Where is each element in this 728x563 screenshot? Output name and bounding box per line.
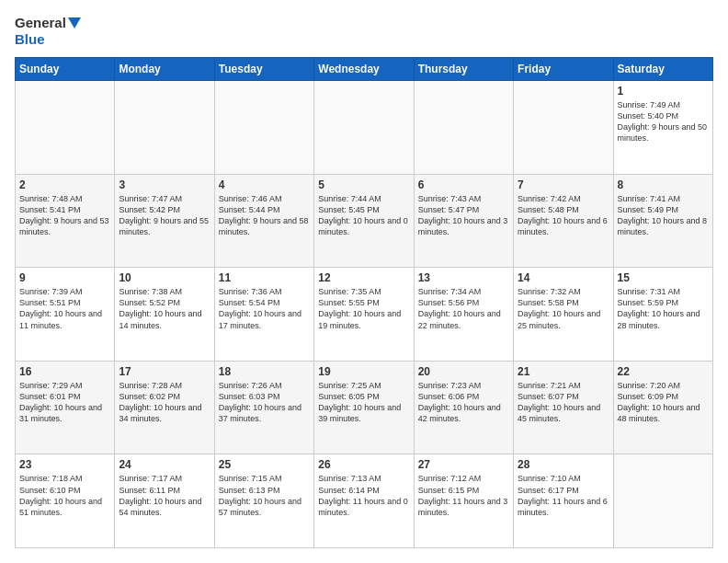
- day-number: 9: [19, 271, 110, 284]
- day-info: Sunrise: 7:39 AM Sunset: 5:51 PM Dayligh…: [19, 286, 110, 331]
- logo-general: General: [15, 15, 81, 31]
- calendar-cell: 21Sunrise: 7:21 AM Sunset: 6:07 PM Dayli…: [514, 361, 613, 454]
- day-info: Sunrise: 7:10 AM Sunset: 6:17 PM Dayligh…: [518, 473, 609, 518]
- day-number: 23: [19, 458, 110, 471]
- day-number: 19: [318, 365, 409, 378]
- day-number: 17: [119, 365, 210, 378]
- day-info: Sunrise: 7:32 AM Sunset: 5:58 PM Dayligh…: [518, 286, 609, 331]
- calendar-cell: 12Sunrise: 7:35 AM Sunset: 5:55 PM Dayli…: [314, 268, 414, 362]
- calendar-cell: 8Sunrise: 7:41 AM Sunset: 5:49 PM Daylig…: [613, 174, 712, 268]
- col-sunday: Sunday: [16, 58, 115, 81]
- calendar-cell: 27Sunrise: 7:12 AM Sunset: 6:15 PM Dayli…: [414, 454, 513, 548]
- day-info: Sunrise: 7:47 AM Sunset: 5:42 PM Dayligh…: [119, 193, 210, 238]
- day-number: 24: [119, 458, 210, 471]
- calendar-cell: 26Sunrise: 7:13 AM Sunset: 6:14 PM Dayli…: [314, 454, 414, 548]
- calendar-row-1: 2Sunrise: 7:48 AM Sunset: 5:41 PM Daylig…: [16, 174, 713, 268]
- day-number: 6: [418, 178, 509, 191]
- calendar-cell: 13Sunrise: 7:34 AM Sunset: 5:56 PM Dayli…: [414, 268, 513, 362]
- day-number: 25: [219, 458, 310, 471]
- calendar-cell: [514, 81, 613, 175]
- calendar-cell: [16, 81, 115, 175]
- calendar-row-3: 16Sunrise: 7:29 AM Sunset: 6:01 PM Dayli…: [16, 361, 713, 454]
- day-number: 7: [518, 178, 609, 191]
- calendar-cell: [115, 81, 214, 175]
- day-info: Sunrise: 7:26 AM Sunset: 6:03 PM Dayligh…: [219, 380, 310, 425]
- day-number: 14: [518, 271, 609, 284]
- day-number: 4: [219, 178, 310, 191]
- day-number: 13: [418, 271, 509, 284]
- calendar-cell: 23Sunrise: 7:18 AM Sunset: 6:10 PM Dayli…: [16, 454, 115, 548]
- day-info: Sunrise: 7:17 AM Sunset: 6:11 PM Dayligh…: [119, 473, 210, 518]
- calendar-cell: 16Sunrise: 7:29 AM Sunset: 6:01 PM Dayli…: [16, 361, 115, 454]
- day-info: Sunrise: 7:41 AM Sunset: 5:49 PM Dayligh…: [618, 193, 709, 238]
- day-info: Sunrise: 7:49 AM Sunset: 5:40 PM Dayligh…: [618, 99, 709, 144]
- page: General Blue Sunday Monday Tuesday Wedne…: [0, 0, 728, 563]
- calendar-cell: [414, 81, 513, 175]
- day-number: 8: [618, 178, 709, 191]
- day-info: Sunrise: 7:13 AM Sunset: 6:14 PM Dayligh…: [318, 473, 409, 518]
- calendar-cell: 4Sunrise: 7:46 AM Sunset: 5:44 PM Daylig…: [214, 174, 313, 268]
- day-number: 27: [418, 458, 509, 471]
- calendar-cell: 22Sunrise: 7:20 AM Sunset: 6:09 PM Dayli…: [613, 361, 712, 454]
- calendar-cell: 19Sunrise: 7:25 AM Sunset: 6:05 PM Dayli…: [314, 361, 414, 454]
- day-number: 5: [318, 178, 409, 191]
- calendar-cell: 1Sunrise: 7:49 AM Sunset: 5:40 PM Daylig…: [613, 81, 712, 175]
- day-number: 1: [618, 85, 709, 98]
- calendar-cell: 10Sunrise: 7:38 AM Sunset: 5:52 PM Dayli…: [115, 268, 214, 362]
- header: General Blue: [15, 15, 713, 48]
- day-info: Sunrise: 7:28 AM Sunset: 6:02 PM Dayligh…: [119, 380, 210, 425]
- calendar-table: Sunday Monday Tuesday Wednesday Thursday…: [15, 57, 713, 548]
- calendar-cell: 14Sunrise: 7:32 AM Sunset: 5:58 PM Dayli…: [514, 268, 613, 362]
- calendar-cell: 11Sunrise: 7:36 AM Sunset: 5:54 PM Dayli…: [214, 268, 313, 362]
- day-info: Sunrise: 7:31 AM Sunset: 5:59 PM Dayligh…: [618, 286, 709, 331]
- calendar-cell: [613, 454, 712, 548]
- col-wednesday: Wednesday: [314, 58, 414, 81]
- day-number: 26: [318, 458, 409, 471]
- calendar-cell: 5Sunrise: 7:44 AM Sunset: 5:45 PM Daylig…: [314, 174, 414, 268]
- calendar-cell: [314, 81, 414, 175]
- day-number: 15: [618, 271, 709, 284]
- day-number: 10: [119, 271, 210, 284]
- calendar-row-2: 9Sunrise: 7:39 AM Sunset: 5:51 PM Daylig…: [16, 268, 713, 362]
- calendar-row-4: 23Sunrise: 7:18 AM Sunset: 6:10 PM Dayli…: [16, 454, 713, 548]
- calendar-cell: 9Sunrise: 7:39 AM Sunset: 5:51 PM Daylig…: [16, 268, 115, 362]
- day-info: Sunrise: 7:38 AM Sunset: 5:52 PM Dayligh…: [119, 286, 210, 331]
- day-number: 11: [219, 271, 310, 284]
- calendar-cell: 18Sunrise: 7:26 AM Sunset: 6:03 PM Dayli…: [214, 361, 313, 454]
- calendar-cell: 17Sunrise: 7:28 AM Sunset: 6:02 PM Dayli…: [115, 361, 214, 454]
- calendar-cell: 15Sunrise: 7:31 AM Sunset: 5:59 PM Dayli…: [613, 268, 712, 362]
- col-saturday: Saturday: [613, 58, 712, 81]
- day-info: Sunrise: 7:44 AM Sunset: 5:45 PM Dayligh…: [318, 193, 409, 238]
- day-number: 3: [119, 178, 210, 191]
- day-info: Sunrise: 7:46 AM Sunset: 5:44 PM Dayligh…: [219, 193, 310, 238]
- day-info: Sunrise: 7:18 AM Sunset: 6:10 PM Dayligh…: [19, 473, 110, 518]
- day-info: Sunrise: 7:48 AM Sunset: 5:41 PM Dayligh…: [19, 193, 110, 238]
- calendar-cell: 3Sunrise: 7:47 AM Sunset: 5:42 PM Daylig…: [115, 174, 214, 268]
- calendar-cell: 25Sunrise: 7:15 AM Sunset: 6:13 PM Dayli…: [214, 454, 313, 548]
- day-number: 28: [518, 458, 609, 471]
- day-number: 18: [219, 365, 310, 378]
- col-tuesday: Tuesday: [214, 58, 313, 81]
- day-info: Sunrise: 7:43 AM Sunset: 5:47 PM Dayligh…: [418, 193, 509, 238]
- col-monday: Monday: [115, 58, 214, 81]
- day-info: Sunrise: 7:42 AM Sunset: 5:48 PM Dayligh…: [518, 193, 609, 238]
- day-info: Sunrise: 7:25 AM Sunset: 6:05 PM Dayligh…: [318, 380, 409, 425]
- day-info: Sunrise: 7:34 AM Sunset: 5:56 PM Dayligh…: [418, 286, 509, 331]
- col-friday: Friday: [514, 58, 613, 81]
- day-info: Sunrise: 7:20 AM Sunset: 6:09 PM Dayligh…: [618, 380, 709, 425]
- day-number: 16: [19, 365, 110, 378]
- calendar-cell: 20Sunrise: 7:23 AM Sunset: 6:06 PM Dayli…: [414, 361, 513, 454]
- day-number: 20: [418, 365, 509, 378]
- calendar-cell: 24Sunrise: 7:17 AM Sunset: 6:11 PM Dayli…: [115, 454, 214, 548]
- day-number: 12: [318, 271, 409, 284]
- calendar-row-0: 1Sunrise: 7:49 AM Sunset: 5:40 PM Daylig…: [16, 81, 713, 175]
- calendar-cell: [214, 81, 313, 175]
- calendar-cell: 6Sunrise: 7:43 AM Sunset: 5:47 PM Daylig…: [414, 174, 513, 268]
- day-number: 21: [518, 365, 609, 378]
- calendar-header-row: Sunday Monday Tuesday Wednesday Thursday…: [16, 58, 713, 81]
- calendar-cell: 28Sunrise: 7:10 AM Sunset: 6:17 PM Dayli…: [514, 454, 613, 548]
- day-number: 22: [618, 365, 709, 378]
- logo: General Blue: [15, 15, 81, 48]
- day-info: Sunrise: 7:15 AM Sunset: 6:13 PM Dayligh…: [219, 473, 310, 518]
- svg-marker-0: [68, 17, 81, 29]
